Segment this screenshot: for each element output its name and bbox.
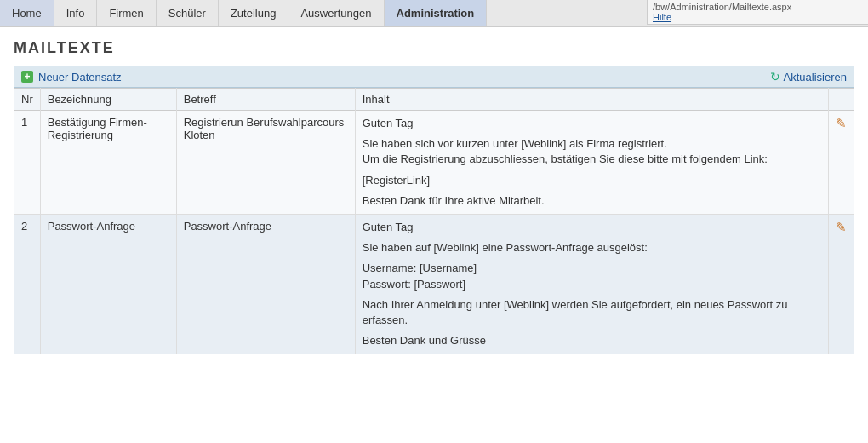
inhalt-paragraph: Guten Tag xyxy=(363,116,821,131)
toolbar: + Neuer Datensatz ↻ Aktualisieren xyxy=(14,66,854,88)
inhalt-paragraph: Besten Dank und Grüsse xyxy=(363,333,821,348)
breadcrumb-text: /bw/Administration/Mailtexte.aspx xyxy=(653,2,863,12)
cell-inhalt: Guten TagSie haben sich vor kurzen unter… xyxy=(355,111,828,215)
inhalt-paragraph: Guten Tag xyxy=(363,220,821,235)
col-header-actions xyxy=(829,89,854,111)
cell-nr: 2 xyxy=(14,214,41,354)
cell-actions: ✎ xyxy=(829,214,854,354)
inhalt-paragraph: Sie haben sich vor kurzen unter [Weblink… xyxy=(363,136,821,167)
cell-bezeichnung: Bestätigung Firmen-Registrierung xyxy=(40,111,176,215)
nav-item-administration[interactable]: Administration xyxy=(385,0,488,26)
page-content: Mailtexte + Neuer Datensatz ↻ Aktualisie… xyxy=(0,27,868,363)
refresh-icon: ↻ xyxy=(770,70,780,83)
nav-item-schueler[interactable]: Schüler xyxy=(157,0,219,26)
new-record-button[interactable]: Neuer Datensatz xyxy=(38,71,122,83)
cell-bezeichnung: Passwort-Anfrage xyxy=(40,214,176,354)
nav-item-firmen[interactable]: Firmen xyxy=(97,0,156,26)
inhalt-paragraph: [RegisterLink] xyxy=(363,173,821,188)
col-header-betreff: Betreff xyxy=(176,89,355,111)
help-link[interactable]: Hilfe xyxy=(653,12,671,22)
refresh-label: Aktualisieren xyxy=(784,71,847,83)
edit-icon[interactable]: ✎ xyxy=(836,220,847,234)
nav-item-info[interactable]: Info xyxy=(54,0,98,26)
table-header-row: Nr Bezeichnung Betreff Inhalt xyxy=(14,89,854,111)
top-right-breadcrumb: /bw/Administration/Mailtexte.aspx Hilfe xyxy=(647,0,868,25)
nav-item-zuteilung[interactable]: Zuteilung xyxy=(219,0,288,26)
cell-nr: 1 xyxy=(14,111,41,215)
refresh-button[interactable]: ↻ Aktualisieren xyxy=(770,70,847,83)
cell-actions: ✎ xyxy=(829,111,854,215)
table-header: Nr Bezeichnung Betreff Inhalt xyxy=(14,89,854,111)
plus-icon: + xyxy=(21,71,33,83)
col-header-inhalt: Inhalt xyxy=(355,89,828,111)
nav-items: HomeInfoFirmenSchülerZuteilungAuswertung… xyxy=(0,0,487,26)
page-title: Mailtexte xyxy=(14,39,854,57)
cell-betreff: Registrierun Berufswahlparcours Kloten xyxy=(176,111,355,215)
col-header-bezeichnung: Bezeichnung xyxy=(40,89,176,111)
table-body: 1Bestätigung Firmen-RegistrierungRegistr… xyxy=(14,111,854,354)
cell-betreff: Passwort-Anfrage xyxy=(176,214,355,354)
nav-item-home[interactable]: Home xyxy=(0,0,54,26)
table-row: 1Bestätigung Firmen-RegistrierungRegistr… xyxy=(14,111,854,215)
inhalt-paragraph: Sie haben auf [Weblink] eine Passwort-An… xyxy=(363,240,821,256)
cell-inhalt: Guten TagSie haben auf [Weblink] eine Pa… xyxy=(355,214,828,354)
data-table: Nr Bezeichnung Betreff Inhalt 1Bestätigu… xyxy=(14,88,854,354)
inhalt-paragraph: Username: [Username] Passwort: [Passwort… xyxy=(363,261,821,291)
col-header-nr: Nr xyxy=(14,89,41,111)
nav-item-auswertungen[interactable]: Auswertungen xyxy=(288,0,384,26)
inhalt-paragraph: Besten Dank für Ihre aktive Mitarbeit. xyxy=(363,193,821,209)
edit-icon[interactable]: ✎ xyxy=(836,116,847,130)
inhalt-paragraph: Nach Ihrer Anmeldung unter [Weblink] wer… xyxy=(363,297,821,328)
table-row: 2Passwort-AnfragePasswort-AnfrageGuten T… xyxy=(14,214,854,354)
toolbar-left: + Neuer Datensatz xyxy=(21,71,122,83)
